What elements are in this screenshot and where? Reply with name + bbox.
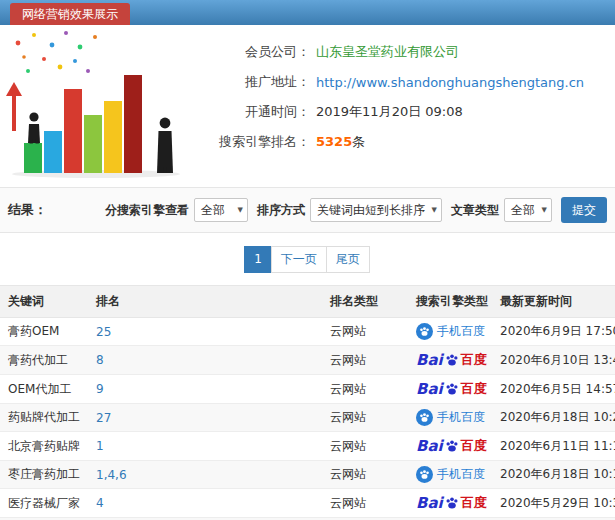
rank-link[interactable]: 8 (96, 353, 104, 367)
engine-filter-value: 全部 (201, 203, 225, 217)
rank-link[interactable]: 25 (96, 325, 111, 339)
updated-cell: 2020年6月18日 10:25 (496, 404, 615, 432)
mobile-baidu-circle-icon (416, 323, 433, 340)
article-type-filter-select[interactable]: 全部 ▼ (504, 198, 552, 222)
keyword-cell: 药贴牌代加工 (0, 404, 88, 432)
results-table: 关键词 排名 排名类型 搜索引擎类型 最新更新时间 膏药OEM25云网站手机百度… (0, 285, 615, 520)
filter-controls: 分搜索引擎查看 全部 ▼ 排序方式 关键词由短到长排序 ▼ 文章类型 全部 ▼ … (96, 197, 607, 223)
keyword-cell: OEM代加工 (0, 375, 88, 404)
up-arrow-icon (6, 82, 22, 131)
rank-type-cell: 云网站 (322, 375, 408, 404)
keyword-cell: 膏药代加工 (0, 346, 88, 375)
keyword-cell: 医疗器械厂家 (0, 489, 88, 518)
rank-link[interactable]: 9 (96, 382, 104, 396)
company-label: 会员公司： (192, 43, 310, 61)
engine-filter-label: 分搜索引擎查看 (105, 202, 189, 219)
rank-link[interactable]: 1 (96, 439, 104, 453)
company-link[interactable]: 山东皇圣堂药业有限公司 (316, 43, 459, 61)
mobile-baidu-icon: 手机百度 (416, 323, 485, 340)
engine-cell: 手机百度 (408, 461, 496, 489)
pagination: 1 下一页 尾页 (0, 233, 615, 285)
mobile-baidu-label: 手机百度 (437, 466, 485, 483)
mobile-baidu-label: 手机百度 (437, 323, 485, 340)
engine-cell: Bai百度 (408, 432, 496, 461)
rank-cell: 1,4,6 (88, 461, 322, 489)
topbar: 网络营销效果展示 (0, 0, 615, 25)
marketing-report-page: 网络营销效果展示 (0, 0, 615, 520)
results-table-body: 膏药OEM25云网站手机百度2020年6月9日 17:50膏药代加工8云网站Ba… (0, 318, 615, 520)
submit-button[interactable]: 提交 (561, 197, 607, 223)
sort-filter-select[interactable]: 关键词由短到长排序 ▼ (310, 198, 442, 222)
article-type-filter-label: 文章类型 (451, 202, 499, 219)
engine-filter-select[interactable]: 全部 ▼ (194, 198, 248, 222)
businessman-left (28, 112, 40, 143)
page-title: 网络营销效果展示 (22, 7, 118, 21)
next-page-button[interactable]: 下一页 (271, 246, 327, 273)
info-row-url: 推广地址： http://www.shandonghuangshengtang.… (192, 67, 615, 97)
paw-icon (445, 382, 459, 396)
keyword-cell: 膏药OEM (0, 318, 88, 346)
rank-link[interactable]: 4 (96, 496, 104, 510)
baidu-logo-icon: Bai百度 (416, 351, 487, 369)
confetti-dots (16, 31, 97, 73)
page-title-tab: 网络营销效果展示 (10, 3, 130, 25)
mobile-baidu-label: 手机百度 (437, 409, 485, 426)
table-row: 膏药OEM25云网站手机百度2020年6月9日 17:50 (0, 318, 615, 346)
page-button-current[interactable]: 1 (244, 246, 272, 273)
info-row-rank-count: 搜索引擎排名： 5325条 (192, 127, 615, 157)
promotion-url-label: 推广地址： (192, 73, 310, 91)
open-time-label: 开通时间： (192, 103, 310, 121)
updated-cell: 2020年6月10日 13:40 (496, 346, 615, 375)
baidu-logo-icon: Bai百度 (416, 494, 487, 512)
rank-count-value: 5325 (316, 134, 352, 149)
rank-cell: 9 (88, 375, 322, 404)
info-row-company: 会员公司： 山东皇圣堂药业有限公司 (192, 37, 615, 67)
rank-count-label: 搜索引擎排名： (192, 133, 310, 151)
open-time-value: 2019年11月20日 09:08 (316, 103, 463, 121)
updated-cell: 2020年6月5日 14:57 (496, 375, 615, 404)
promotion-url-link[interactable]: http://www.shandonghuangshengtang.cn (316, 75, 584, 90)
baidu-logo-icon: Bai百度 (416, 380, 487, 398)
rank-cell: 8 (88, 346, 322, 375)
rank-link[interactable]: 1,4,6 (96, 468, 127, 482)
mobile-baidu-icon: 手机百度 (416, 409, 485, 426)
paw-icon (445, 439, 459, 453)
filter-bar: 结果： 分搜索引擎查看 全部 ▼ 排序方式 关键词由短到长排序 ▼ 文章类型 全… (0, 187, 615, 233)
rank-cell: 25 (88, 318, 322, 346)
baidu-logo-icon: Bai百度 (416, 437, 487, 455)
paw-icon (419, 326, 430, 337)
rank-cell: 27 (88, 404, 322, 432)
updated-cell: 2020年6月9日 17:50 (496, 318, 615, 346)
table-row: 枣庄膏药加工1,4,6云网站手机百度2020年6月18日 10:19 (0, 461, 615, 489)
chevron-down-icon: ▼ (432, 199, 437, 222)
article-type-filter-value: 全部 (511, 203, 535, 217)
updated-cell: 2020年6月11日 11:18 (496, 432, 615, 461)
rank-link[interactable]: 27 (96, 411, 111, 425)
company-info-list: 会员公司： 山东皇圣堂药业有限公司 推广地址： http://www.shand… (192, 25, 615, 187)
rank-count-unit: 条 (352, 134, 365, 149)
result-label: 结果： (8, 201, 47, 219)
last-page-button[interactable]: 尾页 (326, 246, 370, 273)
engine-cell: Bai百度 (408, 346, 496, 375)
chevron-down-icon: ▼ (238, 199, 243, 222)
engine-cell: Bai百度 (408, 375, 496, 404)
rank-type-cell: 云网站 (322, 346, 408, 375)
rank-type-cell: 云网站 (322, 404, 408, 432)
table-header-row: 关键词 排名 排名类型 搜索引擎类型 最新更新时间 (0, 286, 615, 318)
header-engine-type: 搜索引擎类型 (408, 286, 496, 318)
rank-cell: 4 (88, 489, 322, 518)
engine-cell: Bai百度 (408, 489, 496, 518)
header-rank: 排名 (88, 286, 322, 318)
rank-type-cell: 云网站 (322, 489, 408, 518)
updated-cell: 2020年5月29日 10:32 (496, 489, 615, 518)
chart-bars (24, 75, 142, 173)
sort-filter-label: 排序方式 (257, 202, 305, 219)
chevron-down-icon: ▼ (542, 199, 547, 222)
mobile-baidu-icon: 手机百度 (416, 466, 485, 483)
table-row: 北京膏药贴牌1云网站Bai百度2020年6月11日 11:18 (0, 432, 615, 461)
rank-type-cell: 云网站 (322, 318, 408, 346)
paw-icon (445, 496, 459, 510)
info-row-open-time: 开通时间： 2019年11月20日 09:08 (192, 97, 615, 127)
rank-type-cell: 云网站 (322, 461, 408, 489)
table-row: OEM代加工9云网站Bai百度2020年6月5日 14:57 (0, 375, 615, 404)
